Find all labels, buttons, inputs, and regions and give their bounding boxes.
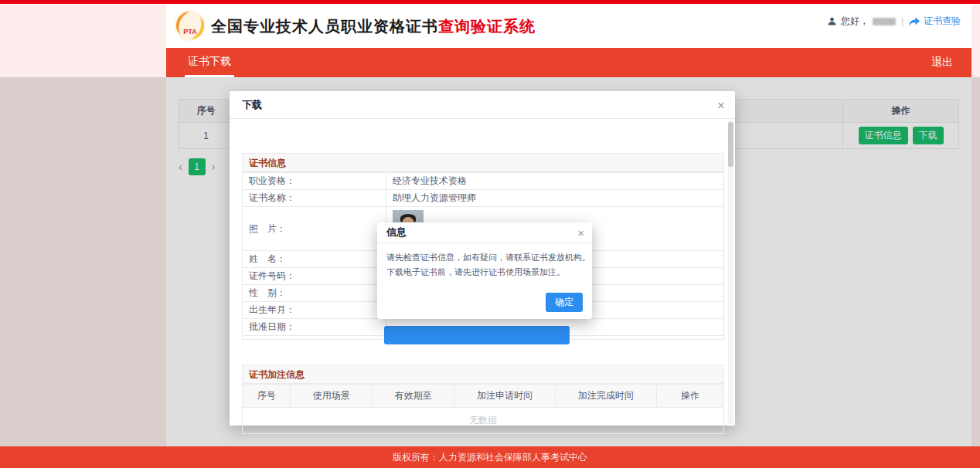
info-modal: 信息 × 请先检查证书信息，如有疑问，请联系证书发放机构。 下载电子证书前，请先…	[377, 222, 592, 319]
confirm-button[interactable]: 确定	[546, 293, 583, 312]
redacted-user-name	[873, 18, 896, 25]
annotation-section-title: 证书加注信息	[242, 365, 724, 384]
logout-button[interactable]: 退出	[931, 56, 953, 70]
download-modal-header: 下载 ×	[230, 91, 735, 119]
annotation-empty-row: 无数据	[243, 408, 724, 434]
site-title-main: 全国专业技术人员职业资格证书	[211, 18, 438, 35]
annotation-table: 序号 使用场景 有效期至 加注申请时间 加注完成时间 操作 无数据	[242, 384, 724, 434]
tab-certificate-download[interactable]: 证书下载	[185, 48, 234, 77]
user-area: 您好， | 证书查验	[827, 15, 961, 28]
cert-label: 照 片：	[243, 207, 386, 251]
download-modal-title: 下载	[242, 98, 262, 112]
annotation-col-action: 操作	[656, 385, 723, 408]
annotation-col-valid-until: 有效期至	[373, 385, 454, 408]
info-modal-body: 请先检查证书信息，如有疑问，请联系证书发放机构。 下载电子证书前，请先进行证书使…	[377, 243, 592, 279]
pta-logo-icon: PTA	[174, 9, 206, 42]
copyright-text: 版权所有：人力资源和社会保障部人事考试中心	[393, 451, 587, 464]
annotation-col-apply-time: 加注申请时间	[454, 385, 556, 408]
info-line-1: 请先检查证书信息，如有疑问，请联系证书发放机构。	[386, 250, 583, 265]
annotation-col-scene: 使用场景	[291, 385, 373, 408]
cert-label: 证书名称：	[243, 190, 386, 207]
info-modal-close-icon[interactable]: ×	[577, 227, 584, 239]
svg-text:PTA: PTA	[183, 28, 197, 36]
site-header: PTA 全国专业技术人员职业资格证书查询验证系统 您好， | 证书查验	[166, 4, 971, 48]
share-arrow-icon	[909, 17, 920, 26]
annotation-header-row: 序号 使用场景 有效期至 加注申请时间 加注完成时间 操作	[243, 385, 724, 408]
info-line-2: 下载电子证书前，请先进行证书使用场景加注。	[386, 265, 583, 280]
certificate-verify-link[interactable]: 证书查验	[924, 15, 961, 28]
person-icon	[827, 16, 837, 26]
no-data-text: 无数据	[243, 408, 724, 434]
cert-row-qualification: 职业资格： 经济专业技术资格	[243, 173, 724, 190]
info-modal-header: 信息 ×	[377, 222, 592, 243]
cert-label: 批准日期：	[243, 319, 386, 336]
cert-label: 性 别：	[243, 285, 386, 302]
cert-label: 姓 名：	[243, 251, 386, 268]
cert-label: 出生年月：	[243, 302, 386, 319]
certificate-info-section-title: 证书信息	[242, 153, 724, 172]
page-footer: 版权所有：人力资源和社会保障部人事考试中心	[0, 446, 980, 468]
apply-annotation-button[interactable]	[384, 326, 570, 344]
cert-value: 经济专业技术资格	[386, 173, 724, 190]
cert-label: 证件号码：	[243, 268, 386, 285]
header-divider: |	[901, 16, 903, 27]
cert-label	[243, 336, 386, 340]
cert-value: 助理人力资源管理师	[386, 190, 724, 207]
site-title: 全国专业技术人员职业资格证书查询验证系统	[211, 16, 536, 37]
info-modal-title: 信息	[386, 226, 407, 239]
page: PTA 全国专业技术人员职业资格证书查询验证系统 您好， | 证书查验 证书下载	[0, 0, 980, 468]
cert-label: 职业资格：	[243, 173, 386, 190]
annotation-col-complete-time: 加注完成时间	[555, 385, 656, 408]
download-modal-close-icon[interactable]: ×	[717, 98, 725, 111]
nav-bar: 证书下载 退出	[166, 48, 971, 77]
annotation-col-index: 序号	[243, 385, 291, 408]
cert-row-name: 证书名称： 助理人力资源管理师	[243, 190, 724, 207]
greeting-text: 您好，	[841, 15, 869, 28]
site-title-accent: 查询验证系统	[438, 18, 536, 35]
